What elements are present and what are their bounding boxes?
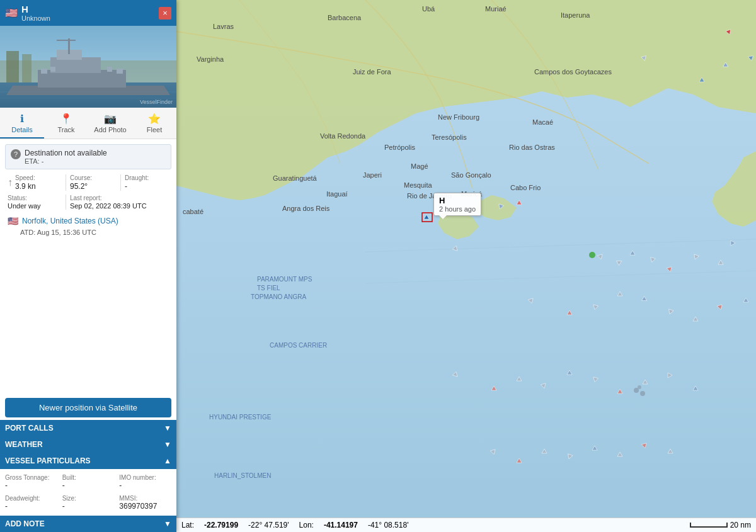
weather-accordion[interactable]: WEATHER ▼: [0, 436, 176, 453]
map-coords-bar: Lat: -22.79199 -22° 47.519' Lon: -41.141…: [176, 518, 756, 532]
eta-value: -: [42, 157, 44, 165]
stats-row-2: Status: Under way Last report: Sep 02, 2…: [5, 195, 171, 210]
vessel-subtitle: Unknown: [21, 14, 155, 22]
add-note-arrow: ▼: [164, 519, 171, 528]
close-button[interactable]: ×: [159, 7, 171, 20]
deadweight-label: Deadweight:: [5, 495, 57, 502]
draught-value: -: [125, 182, 171, 191]
fleet-icon: ⭐: [148, 113, 161, 125]
stat-status: Status: Under way: [8, 195, 62, 210]
lon-dd: -41.14197: [324, 521, 358, 529]
add-note-label: ADD NOTE: [5, 519, 45, 528]
port-row: 🇺🇸 Norfolk, United States (USA): [5, 213, 171, 229]
weather-arrow: ▼: [164, 440, 171, 449]
stat-divider-2: [120, 174, 121, 191]
port-flag: 🇺🇸: [8, 216, 18, 226]
nav-direction-icon: ↑: [8, 177, 13, 188]
map-background: [176, 0, 756, 532]
lon-label: Lon:: [299, 521, 314, 529]
destination-box: ? Destination not available ETA: -: [5, 144, 171, 169]
destination-question-icon: ?: [11, 149, 21, 159]
svg-point-67: [634, 388, 639, 393]
track-icon: 📍: [60, 113, 72, 125]
status-value: Under way: [8, 202, 62, 210]
satellite-button[interactable]: Newer position via Satellite: [5, 398, 171, 417]
built-value: -: [62, 481, 115, 490]
last-report-value: Sep 02, 2022 08:39 UTC: [70, 202, 171, 210]
stat-speed: Speed: 3.9 kn: [15, 174, 62, 191]
atd-label: ATD:: [20, 229, 35, 236]
scale-bar: 20 nm: [690, 521, 751, 529]
vessel-panel: 🇺🇸 H Unknown ×: [0, 0, 176, 532]
port-atd: ATD: Aug 15, 15:36 UTC: [5, 229, 171, 236]
panel-content: ? Destination not available ETA: - ↑ Spe…: [0, 139, 176, 395]
photo-icon: 📷: [104, 113, 117, 125]
destination-label: Destination not available: [25, 149, 107, 157]
vessel-photo: [0, 26, 176, 108]
tab-photo[interactable]: 📷 Add Photo: [88, 108, 132, 139]
gross-tonnage-label: Gross Tonnage:: [5, 474, 57, 481]
svg-point-69: [638, 385, 641, 389]
header-flag: 🇺🇸: [5, 7, 18, 19]
eta-label: ETA:: [25, 157, 40, 165]
vessel-tooltip: H 2 hours ago: [433, 193, 481, 216]
svg-point-66: [589, 252, 595, 258]
weather-label: WEATHER: [5, 440, 43, 449]
mmsi-item: MMSI: 369970397: [119, 495, 171, 511]
atd-value: Aug 15, 15:36 UTC: [37, 229, 96, 236]
draught-label: Draught:: [125, 174, 171, 181]
port-calls-label: PORT CALLS: [5, 424, 54, 433]
tab-track-label: Track: [57, 126, 74, 133]
course-label: Course:: [70, 174, 117, 181]
speed-label: Speed:: [15, 174, 62, 181]
tab-details[interactable]: ℹ Details: [0, 108, 44, 139]
vessel-image: VesselFinder: [0, 26, 176, 108]
tab-fleet[interactable]: ⭐ Fleet: [132, 108, 176, 139]
tab-photo-label: Add Photo: [94, 126, 126, 133]
gross-tonnage-item: Gross Tonnage: -: [5, 474, 57, 490]
tooltip-vessel-name: H: [439, 196, 476, 205]
mmsi-label: MMSI:: [119, 495, 171, 502]
scale-line: [690, 523, 728, 528]
details-icon: ℹ: [20, 113, 24, 125]
size-value: -: [62, 502, 115, 511]
svg-rect-12: [50, 67, 55, 72]
tab-bar: ℹ Details 📍 Track 📷 Add Photo ⭐ Fleet: [0, 108, 176, 139]
stat-last-report: Last report: Sep 02, 2022 08:39 UTC: [70, 195, 171, 210]
vessel-id: H: [21, 4, 155, 14]
course-value: 95.2°: [70, 182, 117, 191]
lat-label: Lat:: [181, 521, 194, 529]
size-label: Size:: [62, 495, 115, 502]
port-name: Norfolk, United States (USA): [22, 217, 118, 225]
port-calls-arrow: ▼: [164, 424, 171, 433]
svg-rect-10: [57, 40, 76, 41]
vessel-particulars-label: VESSEL PARTICULARS: [5, 456, 91, 465]
svg-rect-3: [22, 54, 32, 82]
port-calls-accordion[interactable]: PORT CALLS ▼: [0, 420, 176, 436]
stat-divider-3: [66, 195, 66, 210]
watermark: VesselFinder: [140, 99, 173, 105]
size-item: Size: -: [62, 495, 115, 511]
stat-divider-1: [66, 174, 66, 191]
tooltip-vessel-time: 2 hours ago: [439, 205, 476, 213]
map-area[interactable]: Barbacena Ubá Muriaé Itaperuna Lavras Va…: [176, 0, 756, 532]
svg-rect-2: [6, 51, 19, 82]
lon-dms: -41° 08.518': [368, 521, 408, 529]
tab-fleet-label: Fleet: [147, 126, 162, 133]
vessel-particulars-accordion[interactable]: VESSEL PARTICULARS ▲: [0, 453, 176, 469]
status-label: Status:: [8, 195, 62, 201]
stat-draught: Draught: -: [125, 174, 171, 191]
lat-dd: -22.79199: [204, 521, 238, 529]
tab-track[interactable]: 📍 Track: [44, 108, 88, 139]
tab-details-label: Details: [11, 126, 33, 133]
svg-rect-11: [41, 69, 47, 74]
stat-course: Course: 95.2°: [70, 174, 117, 191]
vessel-particulars-arrow: ▲: [164, 456, 171, 465]
add-note-accordion[interactable]: ADD NOTE ▼: [0, 516, 176, 532]
imo-value: -: [119, 481, 171, 490]
imo-label: IMO number:: [119, 474, 171, 481]
scale-label: 20 nm: [730, 521, 751, 529]
speed-value: 3.9 kn: [15, 182, 62, 191]
destination-eta: ETA: -: [25, 157, 107, 165]
built-item: Built: -: [62, 474, 115, 490]
